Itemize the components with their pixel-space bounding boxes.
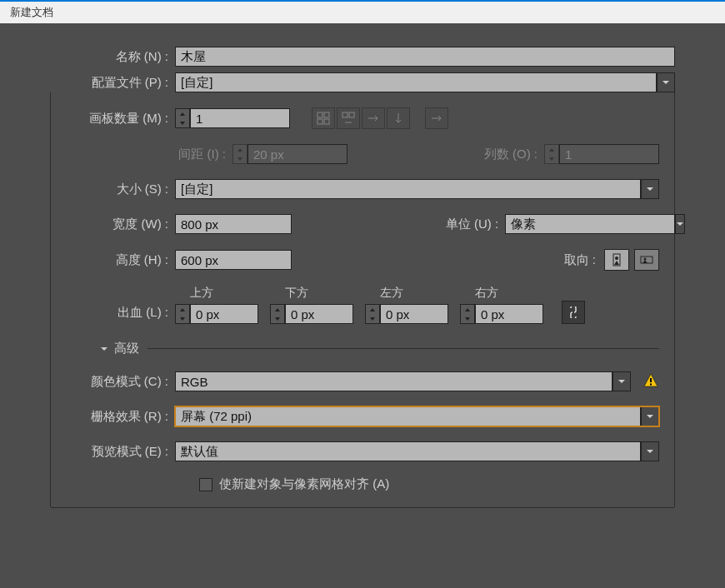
- bleed-left-spinner[interactable]: [365, 304, 448, 324]
- colormode-select[interactable]: [175, 371, 612, 391]
- spin-up-icon: [233, 145, 247, 154]
- height-input[interactable]: [175, 250, 292, 270]
- dialog-body: 名称 (N) : 配置文件 (P) : 画板数量 (M) :: [0, 23, 725, 508]
- artboard-flow-icon[interactable]: [425, 107, 448, 129]
- chevron-down-icon: [99, 344, 109, 354]
- columns-label: 列数 (O) :: [484, 147, 544, 162]
- size-select[interactable]: [175, 179, 641, 199]
- align-grid-checkbox[interactable]: 使新建对象与像素网格对齐 (A): [199, 476, 659, 492]
- bleed-right-header: 右方: [460, 286, 498, 301]
- bleed-label: 出血 (L) :: [66, 305, 175, 324]
- svg-rect-11: [650, 383, 652, 385]
- svg-rect-10: [650, 378, 652, 382]
- separator: [148, 348, 659, 349]
- spin-down-icon: [233, 154, 247, 163]
- align-grid-label: 使新建对象与像素网格对齐 (A): [219, 476, 389, 492]
- profile-select[interactable]: [175, 72, 657, 92]
- width-label: 宽度 (W) :: [66, 217, 175, 232]
- units-select[interactable]: [505, 214, 675, 234]
- name-label: 名称 (N) :: [50, 49, 175, 65]
- bleed-top-header: 上方: [175, 286, 213, 301]
- dialog-title: 新建文档: [0, 0, 725, 23]
- orient-label: 取向 :: [564, 252, 602, 268]
- profile-fieldset: 配置文件 (P) : 画板数量 (M) : 间距 (I) :: [50, 83, 675, 508]
- svg-rect-4: [342, 112, 348, 117]
- spin-up-icon[interactable]: [176, 305, 189, 314]
- bleed-right-input[interactable]: [475, 304, 543, 324]
- svg-rect-0: [318, 112, 322, 117]
- svg-point-7: [615, 257, 618, 260]
- svg-rect-2: [318, 119, 322, 124]
- size-label: 大小 (S) :: [66, 182, 175, 197]
- columns-spinner: [544, 144, 659, 164]
- orientation-portrait-icon[interactable]: [604, 249, 629, 271]
- spin-down-icon: [545, 154, 558, 163]
- bleed-left-header: 左方: [365, 286, 403, 301]
- spacing-input: [248, 144, 348, 164]
- artboards-spinner[interactable]: [175, 108, 290, 128]
- artboards-input[interactable]: [190, 108, 290, 128]
- profile-label: 配置文件 (P) :: [50, 75, 175, 91]
- bleed-bottom-input[interactable]: [285, 304, 353, 324]
- spin-down-icon[interactable]: [176, 118, 189, 127]
- preview-select[interactable]: [175, 441, 641, 461]
- width-input[interactable]: [175, 214, 292, 234]
- spacing-spinner: [232, 144, 348, 164]
- bleed-left-input[interactable]: [380, 304, 448, 324]
- spin-down-icon[interactable]: [176, 314, 189, 323]
- spin-up-icon[interactable]: [461, 305, 474, 314]
- preview-label: 预览模式 (E) :: [66, 444, 175, 460]
- spin-down-icon[interactable]: [271, 314, 284, 323]
- spin-down-icon[interactable]: [461, 314, 474, 323]
- bleed-right-spinner[interactable]: [460, 304, 543, 324]
- warning-icon: [642, 372, 659, 391]
- columns-input: [559, 144, 659, 164]
- units-label: 单位 (U) :: [446, 217, 505, 232]
- raster-label: 栅格效果 (R) :: [66, 409, 175, 425]
- bleed-bottom-spinner[interactable]: [270, 304, 353, 324]
- bleed-top-input[interactable]: [190, 304, 258, 324]
- raster-dropdown-button[interactable]: [641, 406, 659, 426]
- bleed-top-spinner[interactable]: [175, 304, 258, 324]
- svg-rect-3: [324, 119, 329, 124]
- artboard-layout-grid-icon[interactable]: [312, 107, 335, 129]
- name-input[interactable]: [175, 47, 675, 67]
- bleed-link-icon[interactable]: [562, 301, 585, 324]
- checkbox-box[interactable]: [199, 478, 212, 491]
- spin-up-icon[interactable]: [176, 109, 189, 118]
- spin-down-icon[interactable]: [366, 314, 379, 323]
- height-label: 高度 (H) :: [66, 252, 175, 268]
- advanced-disclosure[interactable]: 高级: [99, 341, 659, 356]
- spin-up-icon: [545, 145, 558, 154]
- bleed-bottom-header: 下方: [270, 286, 308, 301]
- svg-rect-1: [324, 112, 329, 117]
- spacing-label: 间距 (I) :: [66, 147, 232, 162]
- artboard-layout-row-icon[interactable]: [362, 107, 385, 129]
- units-dropdown-button[interactable]: [675, 214, 685, 234]
- spin-up-icon[interactable]: [366, 305, 379, 314]
- size-dropdown-button[interactable]: [641, 179, 659, 199]
- advanced-label: 高级: [114, 341, 139, 356]
- profile-dropdown-button[interactable]: [657, 72, 675, 92]
- spin-up-icon[interactable]: [271, 305, 284, 314]
- preview-dropdown-button[interactable]: [641, 441, 659, 461]
- raster-select[interactable]: [175, 406, 641, 426]
- artboard-layout-col-icon[interactable]: [387, 107, 410, 129]
- orientation-landscape-icon[interactable]: [634, 249, 659, 271]
- artboard-layout-grid2-icon[interactable]: [337, 107, 360, 129]
- svg-rect-5: [349, 112, 354, 117]
- colormode-dropdown-button[interactable]: [612, 371, 631, 391]
- colormode-label: 颜色模式 (C) :: [66, 374, 175, 390]
- artboards-label: 画板数量 (M) :: [66, 111, 175, 127]
